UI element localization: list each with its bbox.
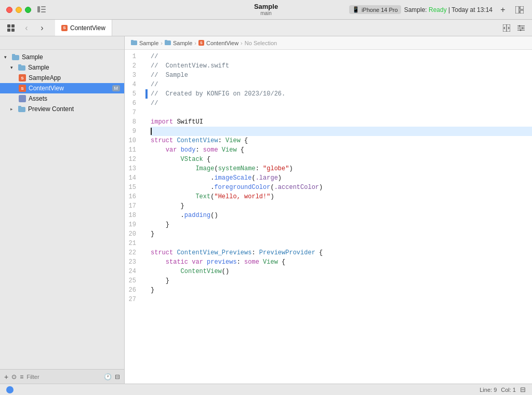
token: } (151, 276, 169, 285)
toolbar-right (500, 22, 528, 34)
tab-list: S ContentView (55, 20, 112, 36)
tab-label: ContentView (70, 24, 105, 32)
sidebar-item-preview-content[interactable]: ▸ Preview Content (0, 104, 124, 114)
code-line-18: .padding() (151, 211, 532, 220)
sort-button[interactable]: ≡ (20, 373, 23, 380)
sidebar-item-contentview[interactable]: S ContentView M (0, 83, 124, 93)
layout-button[interactable] (513, 4, 526, 16)
line-number-12: 12 (125, 155, 140, 164)
inspector-button[interactable] (514, 22, 528, 34)
filter-options-button[interactable]: ⊙ (11, 373, 17, 380)
back-button[interactable]: ‹ (20, 22, 33, 34)
token: // ContentView.swift (151, 61, 229, 71)
minimize-button[interactable] (16, 7, 22, 13)
svg-rect-26 (131, 40, 134, 42)
device-badge[interactable]: 📱 iPhone 14 Pro (349, 5, 401, 14)
token: ContentView (177, 136, 218, 145)
breadcrumb-item[interactable]: Sample (139, 40, 158, 46)
add-file-button[interactable]: + (4, 373, 8, 381)
svg-rect-1 (41, 6, 46, 7)
code-line-22: struct ContentView_Previews: PreviewProv… (151, 248, 532, 257)
token: ContentView_Previews (177, 248, 251, 257)
token: ( (251, 173, 255, 183)
add-button[interactable]: + (497, 4, 509, 16)
token: systemName (218, 164, 256, 173)
token: . (151, 173, 214, 183)
token (151, 257, 166, 267)
maximize-button[interactable] (25, 7, 31, 13)
token: { (241, 136, 248, 145)
line-number-10: 10 (125, 136, 140, 145)
code-editor[interactable]: 1234567891011121314151617181920212223242… (125, 50, 532, 384)
token (203, 257, 207, 267)
code-line-27 (151, 295, 532, 304)
svg-rect-5 (520, 6, 524, 9)
line-number: Line: 9 (480, 387, 497, 393)
line-number-1: 1 (125, 52, 140, 61)
token: // (151, 52, 158, 61)
token: ( (270, 183, 274, 192)
token (151, 145, 166, 155)
line-number-11: 11 (125, 145, 140, 155)
token (151, 192, 195, 201)
code-line-7 (151, 108, 532, 117)
breadcrumb-item[interactable]: ContentView (206, 40, 238, 46)
svg-rect-3 (41, 11, 46, 12)
code-line-23: static var previews: some View { (151, 257, 532, 267)
code-line-19: } (151, 220, 532, 229)
token: static (166, 257, 188, 267)
token: View (225, 136, 241, 145)
code-line-11: var body: some View { (151, 145, 532, 155)
token: ) (270, 192, 274, 201)
line-number-13: 13 (125, 164, 140, 173)
breadcrumb-item[interactable]: Sample (173, 40, 192, 46)
close-button[interactable] (6, 7, 12, 13)
sidebar-item-sampleapp[interactable]: S SampleApp (0, 73, 124, 83)
svg-rect-4 (515, 6, 519, 13)
editor-column: Sample › Sample › S ContentView › No Sel… (125, 36, 532, 384)
line-number-23: 23 (125, 257, 140, 267)
cursor-caret (151, 128, 152, 135)
token: padding (184, 211, 210, 220)
token: . (151, 211, 184, 220)
sidebar-footer: + ⊙ ≡ 🕐 ⊟ (0, 369, 124, 384)
warning-status-icon[interactable]: ⊟ (520, 386, 526, 393)
file-tree: ▾ Sample ▾ Sample S SampleApp (0, 50, 124, 369)
svg-point-16 (519, 25, 521, 26)
svg-rect-8 (11, 24, 15, 28)
line-number-7: 7 (125, 108, 140, 117)
code-line-16: Text("Hello, world!") (151, 192, 532, 201)
token: SwiftUI (173, 117, 203, 127)
split-editor-button[interactable] (500, 22, 513, 34)
line-number-26: 26 (125, 285, 140, 295)
filter-input[interactable] (26, 374, 101, 380)
window-title: Sample main (254, 3, 278, 17)
code-line-9 (151, 127, 532, 136)
line-number-27: 27 (125, 295, 140, 304)
token: { (203, 155, 210, 164)
warning-icon[interactable]: ⊟ (115, 373, 120, 380)
sidebar-item-sample-root[interactable]: ▾ Sample (0, 52, 124, 62)
grid-view-button[interactable] (4, 22, 18, 34)
token: { (315, 248, 323, 257)
status-bar: Line: 9 Col: 1 ⊟ (0, 384, 532, 395)
token: : (251, 248, 259, 257)
token (259, 257, 263, 267)
forward-button[interactable]: › (35, 22, 49, 34)
sidebar-toggle-btn[interactable] (37, 5, 46, 15)
token (188, 257, 192, 267)
line-number-16: 16 (125, 192, 140, 201)
line-number-17: 17 (125, 201, 140, 211)
token: some (244, 257, 259, 267)
token: ContentView (181, 267, 222, 276)
svg-rect-10 (11, 29, 15, 32)
line-number-14: 14 (125, 173, 140, 183)
token: } (151, 229, 154, 239)
token: previews (207, 257, 237, 267)
tab-contentview[interactable]: S ContentView (55, 20, 112, 36)
sidebar-item-sample-folder[interactable]: ▾ Sample (0, 62, 124, 73)
token: : (237, 257, 244, 267)
clock-icon[interactable]: 🕐 (104, 373, 112, 380)
breadcrumb-item[interactable]: No Selection (245, 40, 277, 46)
sidebar-item-assets[interactable]: Assets (0, 93, 124, 104)
